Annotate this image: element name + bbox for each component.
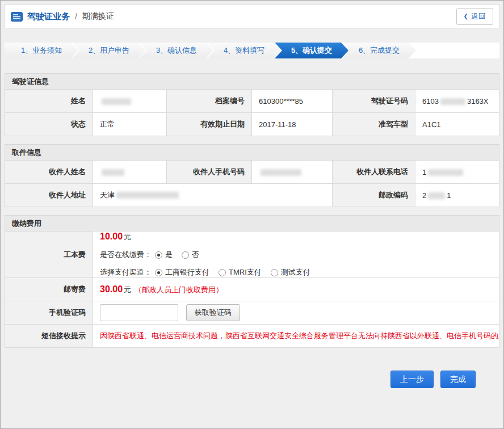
production-fee-amount: 10.00 <box>100 232 123 241</box>
license-number-prefix: 6103 <box>422 97 439 106</box>
status-value: 正常 <box>93 113 167 136</box>
sms-notice-label: 短信接收提示 <box>5 325 93 348</box>
page-subtitle: 期满换证 <box>82 11 114 22</box>
table-row: 收件人地址 天津 邮政编码 21 <box>5 184 499 207</box>
payment-channel-row: 选择支付渠道： 工商银行支付 TMRI支付 测试支付 <box>100 267 492 277</box>
mailing-fee-amount: 30.00 <box>100 284 123 294</box>
table-row: 邮寄费 30.00元（邮政人员上门收取费用） <box>5 278 499 301</box>
sms-notice-text: 因陕西省联通、电信运营商技术问题，陕西省互联网交通安全综合服务管理平台无法向持陕… <box>100 329 492 343</box>
step-user-declaration[interactable]: 2、用户申告 <box>72 43 146 58</box>
redacted-text <box>261 169 301 176</box>
pay-online-yes-label: 是 <box>165 250 173 260</box>
sms-code-cell: 获取验证码 <box>93 301 499 325</box>
channel-tmri-radio[interactable]: TMRI支付 <box>219 267 262 277</box>
channel-icbc-radio[interactable]: 工商银行支付 <box>155 267 209 277</box>
file-number-value: 610300****85 <box>252 90 333 113</box>
pay-online-yes-radio[interactable]: 是 <box>155 250 173 260</box>
back-chevron-icon: ❮ <box>464 14 468 19</box>
expiry-date-label: 有效期止日期 <box>167 113 252 136</box>
recipient-phone-value: 1 <box>415 161 499 184</box>
mailing-fee-cell: 30.00元（邮政人员上门收取费用） <box>93 278 499 301</box>
pay-online-row: 是否在线缴费： 是 否 <box>100 250 492 260</box>
redacted-text <box>116 192 179 199</box>
finish-button[interactable]: 完成 <box>440 371 476 388</box>
table-row: 姓名 档案编号 610300****85 驾驶证号码 61033163X <box>5 90 499 113</box>
license-info-header: 驾驶证信息 <box>5 73 499 89</box>
page: 驾驶证业务 / 期满换证 ❮ 返回 1、业务须知 2、用户申告 3、确认信息 4… <box>0 0 504 429</box>
sms-notice-cell: 因陕西省联通、电信运营商技术问题，陕西省互联网交通安全综合服务管理平台无法向持陕… <box>93 325 499 348</box>
prev-step-button[interactable]: 上一步 <box>390 371 434 388</box>
file-number-label: 档案编号 <box>167 90 252 113</box>
redacted-text <box>428 192 445 199</box>
radio-unselected-icon <box>219 269 226 276</box>
footer-actions: 上一步 完成 <box>5 371 499 388</box>
fee-table: 工本费 10.00元 是否在线缴费： 是 否 选择支付渠道： 工商银行支付 TM… <box>5 231 499 348</box>
step-confirm-submit[interactable]: 5、确认提交 <box>275 43 348 58</box>
postal-code-suffix: 1 <box>447 191 451 200</box>
vehicle-class-label: 准驾车型 <box>333 113 415 136</box>
name-label: 姓名 <box>5 90 93 113</box>
recipient-address-value: 天津 <box>93 184 333 207</box>
recipient-mobile-label: 收件人手机号码 <box>167 161 252 184</box>
production-fee-cell: 10.00元 是否在线缴费： 是 否 选择支付渠道： 工商银行支付 TMRI支付… <box>93 232 499 278</box>
pickup-info-section: 取件信息 收件人姓名 收件人手机号码 收件人联系电话 1 收件人地址 天津 邮政… <box>5 144 499 207</box>
pay-online-question: 是否在线缴费： <box>100 250 152 260</box>
production-fee-amount-line: 10.00元 <box>100 232 492 242</box>
radio-unselected-icon <box>271 269 278 276</box>
mailing-fee-unit: 元 <box>124 285 131 294</box>
breadcrumb: 驾驶证业务 / 期满换证 <box>11 11 114 22</box>
radio-unselected-icon <box>182 251 189 259</box>
expiry-date-value: 2017-11-18 <box>252 113 333 136</box>
mailing-fee-label: 邮寄费 <box>5 278 93 301</box>
license-info-section: 驾驶证信息 姓名 档案编号 610300****85 驾驶证号码 6103316… <box>5 73 499 136</box>
pay-online-no-radio[interactable]: 否 <box>182 250 199 260</box>
step-confirm-info[interactable]: 3、确认信息 <box>140 43 213 58</box>
status-label: 状态 <box>5 113 93 136</box>
payment-channel-question: 选择支付渠道： <box>100 267 152 277</box>
recipient-name-value <box>93 161 167 184</box>
recipient-mobile-value <box>252 161 333 184</box>
production-fee-label: 工本费 <box>5 232 93 278</box>
sms-code-input[interactable] <box>100 304 178 321</box>
recipient-phone-label: 收件人联系电话 <box>333 161 415 184</box>
recipient-address-prefix: 天津 <box>100 191 115 199</box>
table-row: 手机验证码 获取验证码 <box>5 301 499 325</box>
radio-selected-icon <box>155 251 162 259</box>
pickup-info-table: 收件人姓名 收件人手机号码 收件人联系电话 1 收件人地址 天津 邮政编码 21 <box>5 160 499 207</box>
license-number-label: 驾驶证号码 <box>333 90 415 113</box>
postal-code-prefix: 2 <box>422 191 426 200</box>
channel-test-label: 测试支付 <box>281 267 310 277</box>
redacted-text <box>440 98 465 105</box>
pickup-info-header: 取件信息 <box>5 144 499 160</box>
step-nav: 1、业务须知 2、用户申告 3、确认信息 4、资料填写 5、确认提交 6、完成提… <box>5 43 499 58</box>
license-number-value: 61033163X <box>415 90 499 113</box>
license-badge-icon <box>11 12 23 22</box>
recipient-name-label: 收件人姓名 <box>5 161 93 184</box>
title-separator: / <box>75 12 77 21</box>
table-row: 收件人姓名 收件人手机号码 收件人联系电话 1 <box>5 161 499 184</box>
table-row: 短信接收提示 因陕西省联通、电信运营商技术问题，陕西省互联网交通安全综合服务管理… <box>5 325 499 348</box>
get-code-button[interactable]: 获取验证码 <box>186 304 240 321</box>
step-complete[interactable]: 6、完成提交 <box>342 43 416 58</box>
fee-section: 缴纳费用 工本费 10.00元 是否在线缴费： 是 否 选择支付渠道： 工 <box>5 215 499 348</box>
redacted-text <box>102 169 124 176</box>
pay-online-no-label: 否 <box>192 250 199 260</box>
channel-tmri-label: TMRI支付 <box>229 267 262 277</box>
redacted-text <box>428 169 463 176</box>
production-fee-unit: 元 <box>124 233 131 241</box>
postal-code-value: 21 <box>415 184 499 207</box>
back-label: 返回 <box>471 11 486 22</box>
step-business-notice[interactable]: 1、业务须知 <box>5 43 78 58</box>
channel-icbc-label: 工商银行支付 <box>165 267 209 277</box>
vehicle-class-value: A1C1 <box>415 113 499 136</box>
channel-test-radio[interactable]: 测试支付 <box>271 267 310 277</box>
page-title: 驾驶证业务 <box>27 11 70 22</box>
sms-code-label: 手机验证码 <box>5 301 93 325</box>
radio-selected-icon <box>155 269 162 276</box>
step-data-entry[interactable]: 4、资料填写 <box>207 43 281 58</box>
table-row: 状态 正常 有效期止日期 2017-11-18 准驾车型 A1C1 <box>5 113 499 136</box>
redacted-text <box>102 98 131 105</box>
license-number-suffix: 3163X <box>467 97 489 106</box>
back-button[interactable]: ❮ 返回 <box>456 8 493 25</box>
recipient-phone-prefix: 1 <box>422 168 426 176</box>
